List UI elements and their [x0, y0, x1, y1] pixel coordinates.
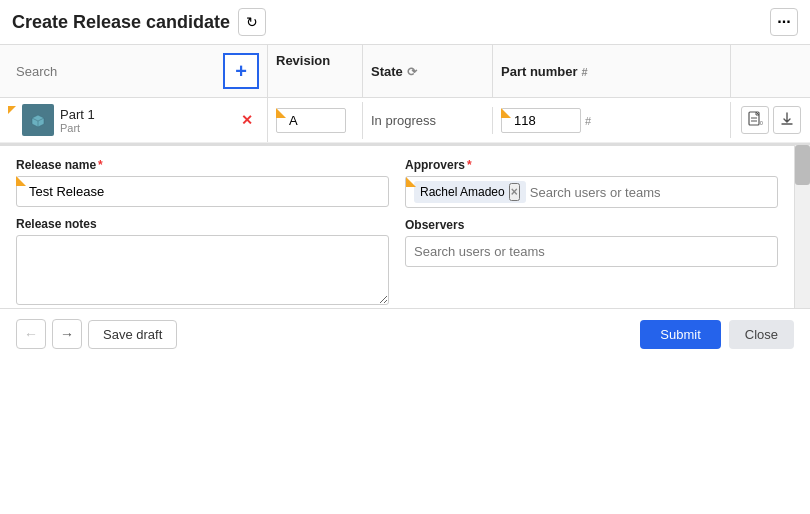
pn-hash-icon — [585, 113, 591, 128]
view-doc-button[interactable]: 0a — [741, 106, 769, 134]
scrollbar[interactable] — [794, 145, 810, 308]
part-info: Part 1 Part — [60, 107, 95, 134]
submit-button[interactable]: Submit — [640, 320, 720, 349]
release-name-flag — [16, 176, 26, 186]
approvers-input-wrap[interactable]: Rachel Amadeo × — [405, 176, 778, 208]
observers-search-input[interactable] — [414, 244, 769, 259]
form-left-col: Release name * Release notes — [16, 158, 389, 308]
pn-wrap — [501, 108, 581, 133]
col-header-name: + — [0, 45, 268, 97]
col-header-state: State — [363, 45, 493, 97]
svg-text:0a: 0a — [760, 120, 763, 126]
part-name: Part 1 — [60, 107, 95, 122]
parts-table: + Revision State Part number — [0, 45, 810, 144]
download-button[interactable] — [773, 106, 801, 134]
footer-left: ← → Save draft — [16, 319, 177, 349]
cell-revision — [268, 102, 363, 139]
form-right-col: Approvers * Rachel Amadeo × Observers — [405, 158, 778, 308]
footer-right: Submit Close — [640, 320, 794, 349]
cell-name: Part 1 Part — [0, 98, 268, 142]
approver-name: Rachel Amadeo — [420, 185, 505, 199]
hash-icon — [582, 64, 588, 79]
approvers-flag — [406, 177, 416, 187]
revision-input[interactable] — [276, 108, 346, 133]
col-header-actions — [730, 45, 810, 97]
release-name-label: Release name * — [16, 158, 389, 172]
forward-icon: → — [60, 326, 74, 342]
dialog-header: Create Release candidate ··· — [0, 0, 810, 45]
observers-input-wrap[interactable] — [405, 236, 778, 267]
remove-part-button[interactable] — [235, 110, 259, 130]
plus-icon: + — [235, 61, 247, 81]
close-button[interactable]: Close — [729, 320, 794, 349]
add-part-button[interactable]: + — [223, 53, 259, 89]
pn-flag — [501, 108, 511, 118]
more-icon: ··· — [777, 13, 790, 31]
header-left: Create Release candidate — [12, 8, 266, 36]
release-notes-label: Release notes — [16, 217, 389, 231]
part-icon — [22, 104, 54, 136]
release-name-input[interactable] — [16, 176, 389, 207]
download-icon — [779, 111, 795, 130]
required-star: * — [98, 158, 103, 172]
revision-flag — [276, 108, 286, 118]
table-header-row: + Revision State Part number — [0, 45, 810, 98]
doc-icon: 0a — [747, 111, 763, 130]
search-input[interactable] — [8, 56, 219, 87]
release-form: Release name * Release notes Approvers *… — [0, 145, 794, 308]
row-flag — [8, 106, 16, 114]
col-header-partnumber: Part number — [493, 45, 730, 97]
more-options-button[interactable]: ··· — [770, 8, 798, 36]
cell-actions: 0a — [730, 102, 810, 138]
dialog-footer: ← → Save draft Submit Close — [0, 308, 810, 359]
refresh-icon — [246, 14, 258, 30]
back-icon: ← — [24, 326, 38, 342]
release-notes-textarea[interactable] — [16, 235, 389, 305]
scrollbar-thumb[interactable] — [795, 145, 810, 185]
col-header-revision: Revision — [268, 45, 363, 97]
cell-partnumber — [493, 102, 730, 139]
forward-button[interactable]: → — [52, 319, 82, 349]
dialog-title: Create Release candidate — [12, 12, 230, 33]
part-svg — [28, 110, 48, 130]
state-sync-icon — [407, 64, 417, 79]
observers-label: Observers — [405, 218, 778, 232]
scrollbar-track — [795, 145, 810, 308]
approvers-label: Approvers * — [405, 158, 778, 172]
approver-tag: Rachel Amadeo × — [414, 181, 526, 203]
save-draft-button[interactable]: Save draft — [88, 320, 177, 349]
approvers-search-input[interactable] — [530, 185, 769, 200]
form-section: Release name * Release notes Approvers *… — [0, 144, 810, 308]
back-button[interactable]: ← — [16, 319, 46, 349]
x-icon — [241, 112, 253, 128]
part-type: Part — [60, 122, 95, 134]
part-number-input[interactable] — [501, 108, 581, 133]
cell-state: In progress — [363, 107, 493, 134]
table-row: Part 1 Part In progress — [0, 98, 810, 143]
remove-approver-button[interactable]: × — [509, 183, 520, 201]
revision-wrap — [276, 108, 354, 133]
refresh-button[interactable] — [238, 8, 266, 36]
release-name-wrap — [16, 176, 389, 207]
approvers-required-star: * — [467, 158, 472, 172]
